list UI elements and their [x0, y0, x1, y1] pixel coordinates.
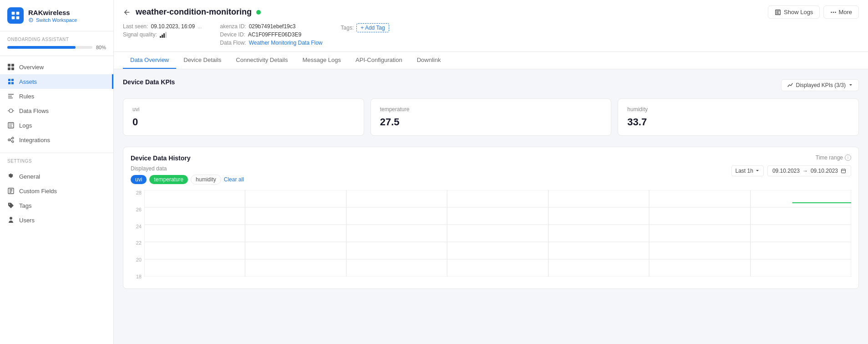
tab-message-logs[interactable]: Message Logs: [295, 52, 349, 69]
tags-row: Tags: + Add Tag: [341, 23, 389, 32]
kpi-cards: uvi 0 temperature 27.5 humidity 33.7: [123, 98, 859, 136]
history-left: Device Data History Displayed data uvi t…: [131, 154, 244, 185]
meta-col-right: Tags: + Add Tag: [341, 23, 389, 32]
users-icon: [7, 216, 15, 224]
sidebar-item-customfields[interactable]: Custom Fields: [0, 184, 113, 198]
pill-uvi[interactable]: uvi: [131, 175, 147, 184]
sidebar-item-general[interactable]: General: [0, 169, 113, 184]
akenza-id: akenza ID: 029b7491ebef19c3: [220, 23, 322, 30]
tab-api-config[interactable]: API-Configuration: [348, 52, 410, 69]
last-seen-label: Last seen:: [123, 23, 148, 30]
sidebar-item-assets[interactable]: Assets: [0, 74, 113, 89]
displayed-data-section: Displayed data uvi temperature humidity …: [131, 165, 244, 185]
tab-data-overview[interactable]: Data Overview: [123, 52, 176, 69]
svg-point-16: [835, 11, 836, 13]
svg-rect-4: [8, 64, 10, 67]
sidebar-header: RAKwireless Switch Workspace: [0, 0, 113, 31]
history-section: Device Data History Displayed data uvi t…: [123, 147, 859, 289]
add-tag-button[interactable]: + Add Tag: [356, 23, 389, 32]
displayed-data-label: Displayed data: [131, 165, 244, 172]
pill-humidity[interactable]: humidity: [191, 175, 221, 185]
chart-icon: [787, 82, 793, 88]
tags-label: Tags:: [341, 25, 354, 31]
date-range-picker[interactable]: 09.10.2023 → 09.10.2023: [767, 165, 851, 176]
sidebar-item-dataflows[interactable]: Data Flows: [0, 103, 113, 118]
sidebar-item-users[interactable]: Users: [0, 213, 113, 227]
svg-rect-17: [842, 169, 846, 173]
onboarding-section: ONBOARDING ASSISTANT 80%: [0, 31, 113, 56]
onboarding-label: ONBOARDING ASSISTANT: [7, 37, 106, 42]
kpi-card-uvi: uvi 0: [123, 98, 364, 136]
svg-rect-3: [16, 16, 20, 20]
chart-area: 28 26 24 22 20 18: [131, 190, 851, 281]
status-dot: [256, 10, 261, 15]
sidebar-item-rules[interactable]: Rules: [0, 89, 113, 103]
nav-divider: [0, 153, 113, 153]
company-name: RAKwireless: [28, 9, 77, 16]
data-flow-value[interactable]: Weather Monitoring Data Flow: [249, 40, 323, 46]
time-range-info-icon[interactable]: i: [845, 154, 851, 161]
tag-icon: [7, 202, 15, 209]
sidebar-item-general-label: General: [19, 173, 40, 180]
kpi-section-header: Device Data KPIs Displayed KPIs (3/3): [123, 78, 859, 92]
kpi-humidity-label: humidity: [627, 106, 849, 113]
tab-device-details[interactable]: Device Details: [176, 52, 228, 69]
more-icon: [830, 9, 837, 15]
back-button[interactable]: [123, 8, 131, 16]
more-button[interactable]: More: [823, 5, 859, 19]
tag-pills: uvi temperature humidity Clear all: [131, 175, 244, 185]
time-range-controls: Last 1h 09.10.2023 → 09.10.2023: [731, 165, 852, 176]
kpi-filter-button[interactable]: Displayed KPIs (3/3): [781, 79, 859, 91]
y-label-22: 22: [131, 240, 142, 246]
meta-col-mid: akenza ID: 029b7491ebef19c3 Device ID: A…: [220, 23, 322, 46]
chevron-down-icon-2: [755, 169, 760, 173]
sidebar-item-logs[interactable]: Logs: [0, 118, 113, 133]
show-logs-button[interactable]: Show Logs: [768, 5, 820, 19]
sidebar-item-assets-label: Assets: [19, 78, 37, 85]
svg-point-9: [8, 139, 10, 141]
kpi-uvi-value: 0: [132, 116, 355, 128]
signal-label: Signal quality:: [123, 31, 157, 38]
signal-bars: [160, 32, 167, 38]
sidebar-item-tags[interactable]: Tags: [0, 198, 113, 213]
settings-section-label: SETTINGS: [0, 155, 113, 165]
tab-connectivity[interactable]: Connectivity Details: [228, 52, 295, 69]
akenza-id-label: akenza ID:: [220, 23, 246, 30]
svg-rect-1: [16, 12, 20, 15]
y-label-20: 20: [131, 257, 142, 262]
sidebar-item-dataflows-label: Data Flows: [19, 108, 49, 114]
svg-point-15: [833, 11, 834, 13]
device-id: Device ID: AC1F09FFFE06D3E9: [220, 31, 322, 38]
sidebar-item-customfields-label: Custom Fields: [19, 188, 57, 195]
signal-bar-4: [165, 32, 167, 38]
kpi-card-humidity: humidity 33.7: [618, 98, 859, 136]
pill-temperature[interactable]: temperature: [149, 175, 188, 184]
progress-bar-fill: [7, 46, 76, 49]
device-id-value: AC1F09FFFE06D3E9: [248, 31, 301, 38]
meta-col-left: Last seen: 09.10.2023, 16:09 ... Signal …: [123, 23, 202, 38]
signal-bar-2: [162, 35, 163, 38]
logs-icon: [7, 122, 15, 129]
switch-workspace-button[interactable]: Switch Workspace: [28, 17, 77, 23]
signal-bar-1: [160, 36, 161, 38]
sidebar-item-integrations[interactable]: Integrations: [0, 133, 113, 147]
tab-downlink[interactable]: Downlink: [410, 52, 448, 69]
sidebar-item-overview[interactable]: Overview: [0, 60, 113, 74]
clear-all-button[interactable]: Clear all: [224, 176, 244, 183]
logo-icon: [7, 7, 24, 24]
content-area: Device Data KPIs Displayed KPIs (3/3) uv…: [114, 69, 868, 344]
tab-bar: Data Overview Device Details Connectivit…: [114, 52, 868, 69]
rules-icon: [7, 92, 15, 100]
progress-percent: 80%: [96, 45, 106, 50]
chart-svg: [144, 190, 851, 277]
svg-point-14: [831, 11, 832, 13]
y-label-26: 26: [131, 207, 142, 212]
show-logs-icon: [775, 9, 781, 15]
fields-icon: [7, 187, 15, 195]
time-range-right: Time range i Last 1h 09.10.2023 → 09.10.…: [731, 154, 852, 176]
header-actions: Show Logs More: [768, 5, 859, 19]
time-select-dropdown[interactable]: Last 1h: [731, 165, 764, 176]
signal-bar-3: [163, 33, 165, 38]
data-flow: Data Flow: Weather Monitoring Data Flow: [220, 40, 322, 46]
device-title: weather-condition-monitoring: [136, 7, 252, 17]
